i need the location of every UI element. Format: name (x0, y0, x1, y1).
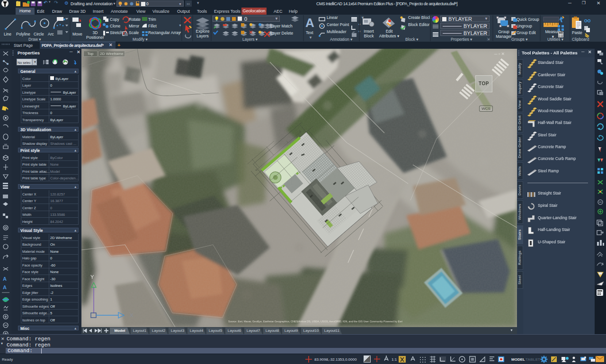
svg-text:X: X (130, 312, 134, 318)
svg-text:Source: Esri, Maxar, GeoEye, E: Source: Esri, Maxar, GeoEye, Earthstar G… (228, 320, 402, 323)
svg-text:Y: Y (90, 274, 94, 280)
svg-text:1:1: 1:1 (392, 357, 397, 362)
svg-text:A: A (3, 284, 7, 290)
svg-text:A: A (3, 276, 7, 282)
